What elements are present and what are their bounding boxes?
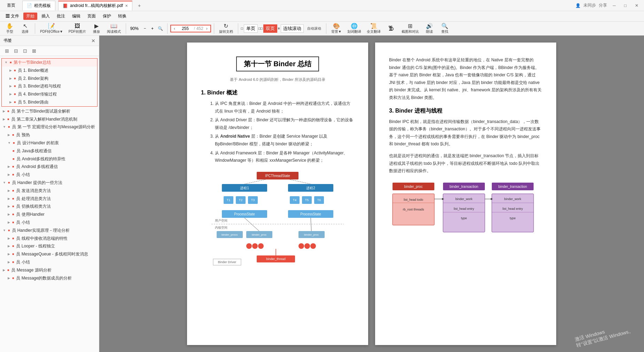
- separator1: [35, 23, 35, 34]
- tree-item-7[interactable]: ▶ ■ 员 第二章深入解析Handler消息机制: [0, 115, 99, 123]
- tree-item-8[interactable]: ▼ ■ 员 第 一节 宏观理论分析与Message源码分析: [0, 123, 99, 131]
- tree-item-11[interactable]: ■ 员 Java多线程通信: [0, 147, 99, 155]
- hand-tool[interactable]: ✋ 手型: [3, 22, 17, 35]
- prev-page-btn[interactable]: ‹: [172, 26, 177, 31]
- svg-text:用户空间: 用户空间: [215, 219, 227, 222]
- tree-item-label-2: 员 2. Binder架构: [18, 76, 48, 82]
- hand-icon: ✋: [6, 23, 13, 29]
- view-mode-group: □ 单页 □□ 双页 ≡ 连续滚动: [241, 24, 304, 33]
- tree-item-13[interactable]: ▶ ■ 员 Android 多线程通信: [0, 163, 99, 171]
- pdf-to-img[interactable]: 🖼 PDF转图片: [67, 22, 88, 35]
- separator3: [167, 23, 168, 34]
- tree-item-3[interactable]: ▶ ■ 员 3. Binder进程与线程: [2, 82, 97, 90]
- select-tool[interactable]: ↖ 选择: [18, 22, 32, 35]
- rotate-tool[interactable]: ↻ 旋转文档: [217, 22, 235, 35]
- play-tool[interactable]: ▶ 播放: [90, 22, 103, 35]
- auto-scroll-label: 自动滚动: [307, 26, 321, 31]
- tree-item-12[interactable]: ■ 员 Android多线程的特异性: [0, 155, 99, 163]
- menu-page[interactable]: 页面: [85, 13, 99, 20]
- page-subtitle: 基于 Android 6.0 的源码剖析，Binder 所涉及的源码目录: [201, 77, 354, 82]
- tree-item-25[interactable]: ▶ ■ 员 小结: [0, 258, 99, 266]
- compare-tool[interactable]: ⊞ 截图和对比: [399, 22, 421, 35]
- tab-pdf-close[interactable]: ✕: [125, 4, 128, 8]
- home-tab[interactable]: 首页: [3, 1, 20, 10]
- tree-item-15[interactable]: ▼ ■ 员 Handler 提供的一些方法: [0, 179, 99, 187]
- share-button[interactable]: 分享: [599, 2, 607, 8]
- tab-pdf[interactable]: 📕 android fr...稿阅内核解析.pdf ✕: [58, 1, 132, 10]
- sidebar-close-btn[interactable]: ✕: [91, 38, 95, 44]
- full-translate[interactable]: 📜 全文翻译: [365, 22, 383, 35]
- toolbar: ✋ 手型 ↖ 选择 📝 PDF转Office▼ 🖼 PDF转图片 ▶ 播放 📖 …: [0, 22, 644, 36]
- find-tool[interactable]: 🔍 查找: [438, 22, 452, 35]
- svg-text:内核空间: 内核空间: [215, 226, 227, 229]
- add-tab-button[interactable]: +: [135, 1, 143, 10]
- menu-start[interactable]: 开始: [23, 13, 37, 20]
- tree-item-22[interactable]: ▶ ■ 员 线程中接收消息端的特性: [0, 235, 99, 243]
- maximize-button[interactable]: □: [621, 2, 629, 9]
- menu-protect[interactable]: 保护: [100, 13, 114, 20]
- binder-ipc-diagram: binder_proc binder_transaction binder_tr…: [389, 179, 542, 257]
- background-tool[interactable]: 🎨 背景▼: [329, 22, 344, 35]
- zoom-out-btn[interactable]: －: [141, 25, 148, 31]
- menu-insert[interactable]: 插入: [39, 13, 53, 20]
- tree-item-4[interactable]: ▶ ■ 员 4. Binder传输过程: [2, 90, 97, 98]
- continuous-btn[interactable]: 连续滚动: [281, 24, 304, 33]
- tree-item-10[interactable]: ▼ ■ 员 设计Handler 的初衷: [0, 139, 99, 147]
- menu-file[interactable]: ☰ 文件: [3, 13, 22, 20]
- compress-tool[interactable]: 🗜: [384, 25, 398, 32]
- pdf-page-right: Binder 在整个 Android 系统中有这举足轻重的地位，在 Native…: [375, 43, 556, 345]
- separator4: [214, 23, 214, 34]
- bookmark-remove-icon[interactable]: ⊟: [13, 47, 20, 54]
- tree-item-18[interactable]: ▶ ■ 员 切换线程类方法: [0, 202, 99, 211]
- next-page-btn[interactable]: ›: [205, 26, 209, 31]
- tree-item-20[interactable]: ▶ ■ 员 小结: [0, 219, 99, 227]
- tree-item-6[interactable]: ▶ ■ 员 第十二节Binder面试题全解析: [0, 107, 99, 115]
- tree-item-16[interactable]: ▶ ■ 员 发送消息类方法: [0, 187, 99, 195]
- sidebar-title: 书签: [3, 38, 12, 44]
- menu-edit[interactable]: 编辑: [69, 13, 83, 20]
- svg-point-38: [310, 243, 316, 249]
- auto-scroll[interactable]: 自动滚动: [305, 25, 323, 32]
- translate-selected[interactable]: 🌐 划词翻译: [345, 22, 363, 35]
- tree-item-19[interactable]: ▶ ■ 员 使用Handler: [0, 211, 99, 219]
- bookmark-up-icon[interactable]: ⊡: [22, 47, 29, 54]
- svg-text:rb_root threads: rb_root threads: [403, 208, 424, 211]
- pdf-to-office[interactable]: 📝 PDF转Office▼: [38, 22, 65, 35]
- read-mode[interactable]: 📖 阅读模式: [105, 22, 123, 35]
- minimize-button[interactable]: ─: [610, 2, 619, 9]
- close-button[interactable]: ✕: [632, 2, 641, 9]
- tree-item-0[interactable]: ▼ ■ 第十一节Binder总结: [2, 59, 97, 67]
- tree-item-5[interactable]: ▶ ■ 员 5. Binder路由: [2, 98, 97, 106]
- double-page-btn[interactable]: 双页: [263, 24, 277, 33]
- bookmark-down-icon[interactable]: ⊠: [31, 47, 38, 54]
- translate-label: 划词翻译: [347, 29, 361, 34]
- tree-item-9[interactable]: ▶ ■ 员 预热: [0, 131, 99, 139]
- compress-icon: 🗜: [388, 25, 394, 32]
- zoom-level[interactable]: 90%: [129, 26, 140, 31]
- read-label: 阅读模式: [107, 29, 121, 34]
- menu-convert[interactable]: 转换: [115, 13, 129, 20]
- zoom-in-btn[interactable]: +: [150, 26, 155, 31]
- tree-item-24[interactable]: ▶ ■ 员 MessageQueue - 多线程同时发消息: [0, 250, 99, 258]
- tree-item-27[interactable]: ▶ ■ 员 Message的数据成员的分析: [0, 274, 99, 282]
- tree-item-26[interactable]: ▶ ■ 员 Message 源码分析: [0, 266, 99, 274]
- tree-item-label-3: 员 3. Binder进程与线程: [18, 83, 61, 89]
- pdf-content-area[interactable]: 第十一节 Binder 总结 基于 Android 6.0 的源码剖析，Bind…: [99, 36, 644, 352]
- tab-template[interactable]: 📄 稻壳模板: [22, 1, 55, 10]
- tree-item-21[interactable]: ▼ ■ 员 Handler实现原理－理论分析: [0, 227, 99, 235]
- tree-item-23[interactable]: ▶ ■ 员 Looper - 线程独立: [0, 242, 99, 250]
- menu-comment[interactable]: 批注: [54, 13, 68, 20]
- read-aloud-tool[interactable]: 🔊 朗读: [422, 22, 436, 35]
- tree-item-17[interactable]: ▶ ■ 员 处理消息类方法: [0, 195, 99, 203]
- sidebar-header: 书签 ✕: [0, 36, 99, 46]
- single-page-btn[interactable]: 单页: [244, 24, 258, 33]
- page-navigation[interactable]: ‹ / 452 ›: [170, 25, 211, 32]
- tree-item-14[interactable]: ▶ ■ 员 小结: [0, 171, 99, 179]
- tree-item-label-5: 员 5. Binder路由: [18, 99, 48, 105]
- current-page-input[interactable]: [177, 26, 194, 31]
- zoom-search-btn[interactable]: 🔍: [156, 26, 164, 31]
- tree-item-2[interactable]: ▶ ■ 员 2. Binder架构: [2, 75, 97, 83]
- tree-item-1[interactable]: ▶ ■ 员 1. Binder概述: [2, 67, 97, 75]
- svg-point-33: [246, 243, 252, 249]
- bookmark-add-icon[interactable]: ⊞: [3, 47, 10, 54]
